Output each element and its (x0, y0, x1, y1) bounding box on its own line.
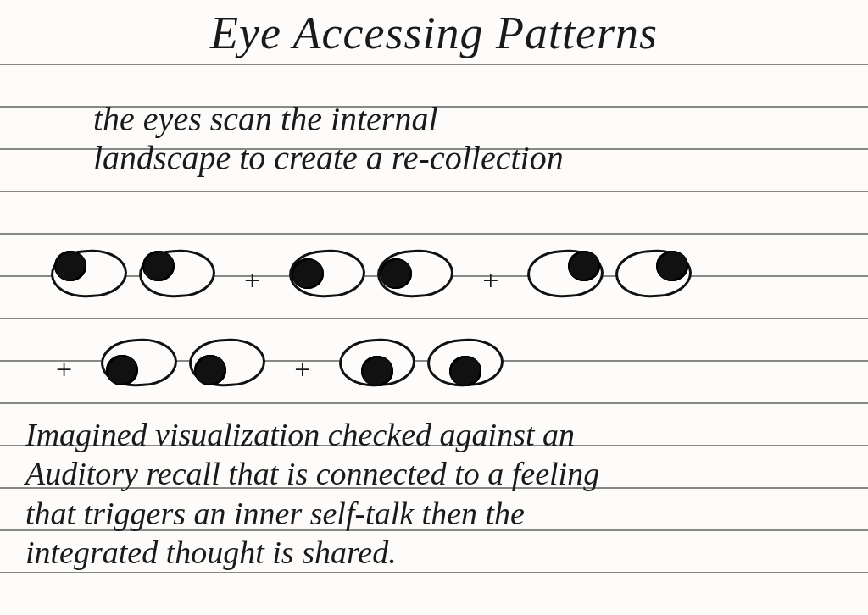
plus-icon: + (239, 264, 265, 296)
explanation-line-3: that triggers an inner self-talk then th… (25, 496, 525, 531)
eye-icon (427, 339, 504, 386)
eye-icon (377, 250, 453, 297)
eye-pair-up-right (527, 250, 692, 297)
eye-sequence-row-2: + + (51, 339, 504, 386)
explanation-line-1: Imagined visualization checked against a… (25, 417, 575, 452)
plus-icon: + (51, 353, 77, 385)
eye-icon (615, 250, 692, 297)
explanation-line-2: Auditory recall that is connected to a f… (25, 456, 599, 491)
eye-pair-down-center (339, 339, 504, 386)
eye-pair-up-left (51, 250, 215, 297)
eye-icon (139, 250, 215, 297)
eye-pair-down-left (101, 339, 265, 386)
eye-icon (527, 250, 604, 297)
explanation-line-4: integrated thought is shared. (25, 535, 397, 570)
page-title: Eye Accessing Patterns (0, 7, 868, 59)
plus-icon: + (477, 264, 504, 296)
eye-pair-left (289, 250, 453, 297)
page: Eye Accessing Patterns the eyes scan the… (0, 0, 868, 615)
eye-icon (289, 250, 365, 297)
eye-sequence-row-1: + + (51, 250, 692, 297)
subtitle-line-1: the eyes scan the internal (93, 100, 438, 138)
subtitle: the eyes scan the internal landscape to … (93, 100, 851, 178)
eye-icon (51, 250, 127, 297)
plus-icon: + (289, 353, 315, 385)
explanation-text: Imagined visualization checked against a… (25, 415, 851, 572)
eye-icon (101, 339, 177, 386)
eye-icon (189, 339, 265, 386)
subtitle-line-2: landscape to create a re-collection (93, 139, 564, 177)
eye-icon (339, 339, 415, 386)
